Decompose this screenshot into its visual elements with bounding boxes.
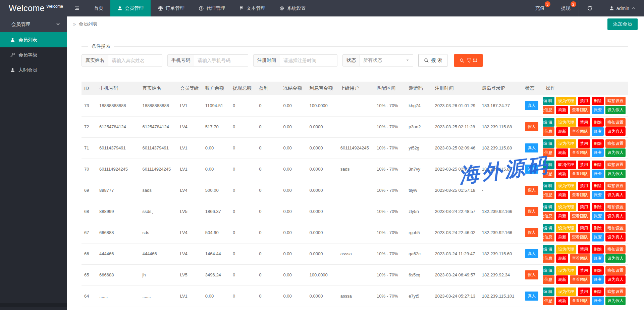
set-fake-button[interactable]: 设为假人 xyxy=(605,148,626,157)
view-team-button[interactable]: 查看团队 xyxy=(570,191,590,199)
hidden-deduct-button[interactable]: 暗扣设置 xyxy=(605,182,626,190)
set-agent-button[interactable]: 设为代理 xyxy=(556,97,576,105)
delete-button[interactable]: 删除 xyxy=(592,118,604,127)
hidden-deduct-button[interactable]: 暗扣设置 xyxy=(605,118,626,127)
sidebar-group-member-management[interactable]: 会员管理 xyxy=(0,16,67,32)
refresh-button[interactable]: 刷新 xyxy=(556,212,568,220)
set-real-button[interactable]: 设为真人 xyxy=(605,191,626,199)
recharge-button[interactable]: 充值 3 xyxy=(527,0,553,16)
view-team-button[interactable]: 查看团队 xyxy=(570,212,590,220)
disable-button[interactable]: 禁用 xyxy=(578,97,590,105)
delete-button[interactable]: 删除 xyxy=(592,182,604,190)
delete-button[interactable]: 删除 xyxy=(592,139,604,148)
view-team-button[interactable]: 查看团队 xyxy=(570,297,590,305)
address-info-button[interactable]: 地址信息 xyxy=(543,275,554,284)
disable-button[interactable]: 禁用 xyxy=(578,118,590,127)
set-fake-button[interactable]: 设为假人 xyxy=(605,254,626,263)
hidden-deduct-button[interactable]: 暗扣设置 xyxy=(605,161,626,169)
disable-button[interactable]: 禁用 xyxy=(578,287,590,296)
address-info-button[interactable]: 地址信息 xyxy=(543,254,554,263)
address-info-button[interactable]: 地址信息 xyxy=(543,148,554,157)
refresh-button[interactable]: 刷新 xyxy=(556,275,568,284)
delete-button[interactable]: 删除 xyxy=(592,97,604,105)
disable-button[interactable]: 禁用 xyxy=(578,161,590,169)
disable-button[interactable]: 禁用 xyxy=(578,182,590,190)
delete-button[interactable]: 删除 xyxy=(592,161,604,169)
hidden-deduct-button[interactable]: 暗扣设置 xyxy=(605,287,626,296)
account-change-button[interactable]: 账变 xyxy=(592,297,604,305)
nav-item-text-management[interactable]: 文本管理 xyxy=(232,0,272,16)
account-change-button[interactable]: 账变 xyxy=(592,127,604,136)
account-change-button[interactable]: 账变 xyxy=(592,106,604,114)
edit-button[interactable]: 编 辑 xyxy=(543,224,554,232)
set-fake-button[interactable]: 设为假人 xyxy=(605,297,626,305)
edit-button[interactable]: 编 辑 xyxy=(543,245,554,254)
nav-item-system-settings[interactable]: 系统设置 xyxy=(272,0,313,16)
hidden-deduct-button[interactable]: 暗扣设置 xyxy=(605,203,626,211)
account-change-button[interactable]: 账变 xyxy=(592,191,604,199)
address-info-button[interactable]: 地址信息 xyxy=(543,233,554,241)
edit-button[interactable]: 编 辑 xyxy=(543,266,554,275)
phone-input[interactable] xyxy=(194,55,248,66)
sidebar-item-member-list[interactable]: 会员列表 xyxy=(0,32,67,47)
view-team-button[interactable]: 查看团队 xyxy=(570,275,590,284)
export-button[interactable]: 导 出 xyxy=(454,54,483,67)
hidden-deduct-button[interactable]: 暗扣设置 xyxy=(605,97,626,105)
set-real-button[interactable]: 设为真人 xyxy=(605,233,626,241)
nav-item-home[interactable]: 首页 xyxy=(87,0,110,16)
edit-button[interactable]: 编 辑 xyxy=(543,97,554,105)
nav-item-order-management[interactable]: 订单管理 xyxy=(151,0,192,16)
sidebar-item-member-level[interactable]: 会员等级 xyxy=(0,47,67,62)
delete-button[interactable]: 删除 xyxy=(592,245,604,254)
set-agent-button[interactable]: 设为代理 xyxy=(556,139,576,148)
refresh-button[interactable]: 刷新 xyxy=(556,148,568,157)
address-info-button[interactable]: 地址信息 xyxy=(543,297,554,305)
set-agent-button[interactable]: 设为代理 xyxy=(556,287,576,296)
admin-user-menu[interactable]: admin xyxy=(601,0,644,16)
search-button[interactable]: 搜 索 xyxy=(418,54,447,67)
delete-button[interactable]: 删除 xyxy=(592,224,604,232)
edit-button[interactable]: 编 辑 xyxy=(543,139,554,148)
sidebar-toggle-button[interactable] xyxy=(67,0,87,16)
account-change-button[interactable]: 账变 xyxy=(592,254,604,263)
refresh-button[interactable]: 刷新 xyxy=(556,170,568,178)
address-info-button[interactable]: 地址信息 xyxy=(543,170,554,178)
set-agent-button[interactable]: 设为代理 xyxy=(556,182,576,190)
set-real-button[interactable]: 设为真人 xyxy=(605,212,626,220)
address-info-button[interactable]: 地址信息 xyxy=(543,127,554,136)
refresh-button[interactable]: 刷新 xyxy=(556,127,568,136)
address-info-button[interactable]: 地址信息 xyxy=(543,106,554,114)
account-change-button[interactable]: 账变 xyxy=(592,212,604,220)
refresh-page-button[interactable] xyxy=(579,0,601,16)
view-team-button[interactable]: 查看团队 xyxy=(570,127,590,136)
disable-button[interactable]: 禁用 xyxy=(578,139,590,148)
view-team-button[interactable]: 查看团队 xyxy=(570,170,590,178)
cancel-agent-button[interactable]: 取消代理 xyxy=(556,161,576,169)
refresh-button[interactable]: 刷新 xyxy=(556,233,568,241)
hidden-deduct-button[interactable]: 暗扣设置 xyxy=(605,266,626,275)
account-change-button[interactable]: 账变 xyxy=(592,233,604,241)
hidden-deduct-button[interactable]: 暗扣设置 xyxy=(605,224,626,232)
sidebar-item-big-member[interactable]: 大叼会员 xyxy=(0,62,67,78)
refresh-button[interactable]: 刷新 xyxy=(556,191,568,199)
view-team-button[interactable]: 查看团队 xyxy=(570,233,590,241)
set-agent-button[interactable]: 设为代理 xyxy=(556,118,576,127)
edit-button[interactable]: 编 辑 xyxy=(543,161,554,169)
nav-item-agent-management[interactable]: $代理管理 xyxy=(192,0,232,16)
set-agent-button[interactable]: 设为代理 xyxy=(556,266,576,275)
set-fake-button[interactable]: 设为假人 xyxy=(605,106,626,114)
status-select[interactable]: 所有状态 xyxy=(360,55,413,66)
account-change-button[interactable]: 账变 xyxy=(592,170,604,178)
set-agent-button[interactable]: 设为代理 xyxy=(556,245,576,254)
account-change-button[interactable]: 账变 xyxy=(592,148,604,157)
refresh-button[interactable]: 刷新 xyxy=(556,254,568,263)
real-name-input[interactable] xyxy=(108,55,162,66)
disable-button[interactable]: 禁用 xyxy=(578,203,590,211)
withdraw-button[interactable]: 提现 2 xyxy=(553,0,579,16)
disable-button[interactable]: 禁用 xyxy=(578,266,590,275)
view-team-button[interactable]: 查看团队 xyxy=(570,106,590,114)
delete-button[interactable]: 删除 xyxy=(592,266,604,275)
delete-button[interactable]: 删除 xyxy=(592,287,604,296)
view-team-button[interactable]: 查看团队 xyxy=(570,148,590,157)
view-team-button[interactable]: 查看团队 xyxy=(570,254,590,263)
